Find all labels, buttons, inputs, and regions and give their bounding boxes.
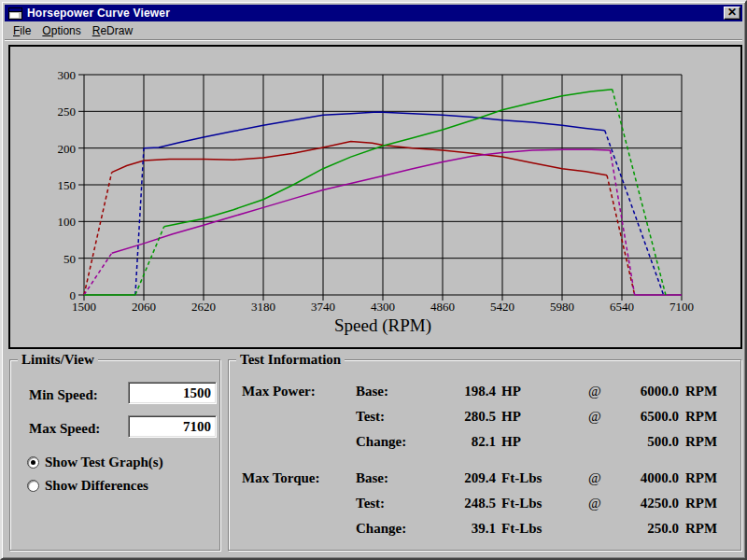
title-bar[interactable]: Horsepower Curve Viewer ✕ <box>5 5 742 21</box>
max-power-change-value: 82.1 <box>397 434 496 450</box>
max-power-test-row: Test: 280.5 HP @ 6500.0 RPM <box>229 409 740 427</box>
radio-button-icon <box>27 456 39 469</box>
menu-options[interactable]: Options <box>36 22 86 39</box>
min-speed-label: Min Speed: <box>29 387 98 403</box>
max-power-label: Max Power: <box>242 384 316 399</box>
max-torque-base-rpm: 4000.0 <box>617 470 679 486</box>
menu-bar: File Options ReDraw <box>5 21 742 39</box>
radio-show-differences[interactable]: Show Differences <box>27 478 148 494</box>
at-sign: @ <box>584 384 606 399</box>
menu-redraw[interactable]: ReDraw <box>87 22 138 39</box>
radio-show-test-graphs-label: Show Test Graph(s) <box>45 455 163 470</box>
app-icon <box>8 7 22 20</box>
min-speed-input[interactable] <box>128 382 217 404</box>
radio-show-differences-label: Show Differences <box>45 478 148 494</box>
max-torque-test-rpm: 4250.0 <box>617 496 679 511</box>
menu-separator <box>5 39 742 41</box>
close-button[interactable]: ✕ <box>724 7 740 20</box>
max-power-change-rpm: 500.0 <box>617 434 679 450</box>
max-power-base-value: 198.4 <box>397 384 496 399</box>
max-power-test-value: 280.5 <box>397 409 496 425</box>
max-torque-base-row: Max Torque: Base: 209.4 Ft-Lbs @ 4000.0 … <box>229 470 740 489</box>
max-power-change-row: Change: 82.1 HP 500.0 RPM <box>229 434 740 453</box>
max-torque-test-row: Test: 248.5 Ft-Lbs @ 4250.0 RPM <box>229 496 740 514</box>
max-torque-change-row: Change: 39.1 Ft-Lbs 250.0 RPM <box>229 521 740 539</box>
app-window: Horsepower Curve Viewer ✕ File Options R… <box>0 0 747 560</box>
max-speed-label: Max Speed: <box>29 421 100 437</box>
max-torque-base-value: 209.4 <box>397 470 496 486</box>
max-torque-change-rpm: 250.0 <box>617 521 679 537</box>
menu-file[interactable]: File <box>7 22 36 39</box>
max-torque-change-value: 39.1 <box>397 521 496 537</box>
at-sign: @ <box>584 470 606 486</box>
limits-view-title: Limits/View <box>18 352 98 368</box>
radio-button-icon <box>27 480 39 492</box>
close-icon: ✕ <box>727 7 737 18</box>
max-torque-test-value: 248.5 <box>397 496 496 511</box>
window-title: Horsepower Curve Viewer <box>27 7 170 20</box>
chart-panel <box>8 45 742 349</box>
test-information-title: Test Information <box>236 352 345 368</box>
radio-show-test-graphs[interactable]: Show Test Graph(s) <box>27 455 163 470</box>
max-power-test-rpm: 6500.0 <box>617 409 679 425</box>
max-torque-label: Max Torque: <box>242 470 320 486</box>
max-power-base-row: Max Power: Base: 198.4 HP @ 6000.0 RPM <box>229 384 740 402</box>
at-sign: @ <box>584 409 606 425</box>
test-information-group: Test Information Max Power: Base: 198.4 … <box>228 359 741 551</box>
limits-view-group: Limits/View Min Speed: Max Speed: Show T… <box>9 359 220 551</box>
max-power-base-rpm: 6000.0 <box>617 384 679 399</box>
at-sign: @ <box>584 496 606 511</box>
max-speed-input[interactable] <box>128 415 217 438</box>
